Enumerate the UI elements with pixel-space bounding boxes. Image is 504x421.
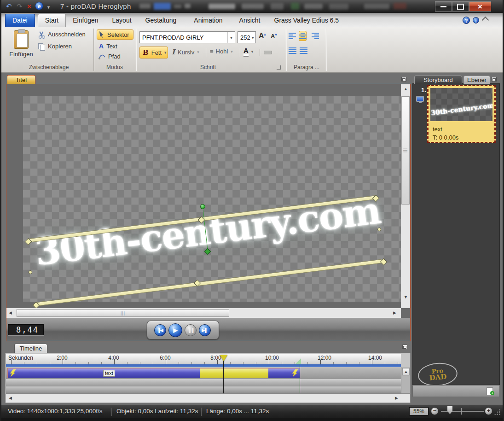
resize-grip[interactable] [494,409,500,415]
font-size-dropdown-icon[interactable]: ▾ [250,32,255,43]
bold-b-icon: B [143,48,149,57]
cut-button[interactable]: Ausschneiden [38,31,86,38]
vertical-scroll-thumb[interactable]: ||| [401,96,410,205]
close-icon: × [478,3,482,11]
storyboard-item[interactable]: 30th-century.com text T: 0 0,00s [427,85,496,143]
tab-timeline[interactable]: Timeline [14,344,47,353]
canvas-horizontal-scrollbar[interactable]: ◀ ||| ▶ [6,308,401,318]
zoom-in-button[interactable]: + [485,407,492,415]
cursor-icon [99,31,104,38]
font-color-button[interactable]: A ▾ [243,47,253,56]
canvas-vertical-scrollbar[interactable]: ▲ ||| ▼ [401,84,410,308]
align-left-button[interactable] [289,33,296,39]
bold-dropdown-icon[interactable]: ▾ [164,50,167,55]
align-right-button[interactable] [311,33,319,39]
pause-button[interactable]: ▐▐ [185,324,197,336]
scroll-up-icon[interactable]: ▲ [404,87,408,91]
tab-einfuegen[interactable]: Einfügen [66,14,105,27]
minimize-icon [440,6,446,7]
tab-grass-valley-edius[interactable]: Grass Valley Edius 6.5 [267,14,346,27]
scroll-left-icon[interactable]: ◀ [9,396,12,400]
timeline-vertical-scrollbar[interactable]: ▲ [401,367,410,393]
maximize-button[interactable] [452,1,469,12]
canvas-viewport[interactable]: 30th-century.com [6,84,401,308]
hollow-button[interactable]: ≡ Hohl ▾ [210,48,233,55]
zoom-slider-track[interactable] [441,411,484,412]
font-color-dropdown-icon[interactable]: ▾ [251,49,254,54]
copy-button[interactable]: Kopieren [38,43,72,50]
quick-access-dropdown-icon[interactable]: ▼ [46,3,51,12]
tab-datei[interactable]: Datei [5,14,35,27]
tab-titel[interactable]: Titel [7,75,35,84]
selector-mode-button[interactable]: Selektor [97,29,133,40]
decrease-font-arrow-icon: ▾ [275,33,277,37]
playback-bar: 8,44 ▐◀ ▶ ▐▐ ▶▌ [6,318,410,341]
path-mode-button[interactable]: Pfad [98,53,121,60]
font-family-dropdown-icon[interactable]: ▾ [227,32,235,43]
playhead-marker[interactable] [220,355,227,361]
text-mode-button[interactable]: A Text [99,42,117,50]
skip-to-start-button[interactable]: ▐◀ [154,324,166,336]
path-midpoint-handle[interactable] [29,270,32,274]
tab-ansicht[interactable]: Ansicht [232,14,267,27]
tab-gestaltung[interactable]: Gestaltung [139,14,184,27]
status-separator [111,408,112,416]
right-panel: Storyboard Ebener 1. 30th-century.com te… [412,75,500,397]
font-size-select[interactable]: 252 ▾ [238,31,256,43]
scroll-left-icon[interactable]: ◀ [9,311,12,315]
justify-button[interactable] [289,47,296,54]
track-row: text [6,367,401,379]
zoom-slider-thumb[interactable] [447,406,452,414]
timeline-clip[interactable]: text [7,368,300,378]
skip-to-end-button[interactable]: ▶▌ [199,324,211,336]
undo-icon[interactable]: ↶ [6,2,12,11]
canvas-restore-icon[interactable] [401,77,406,82]
align-center-button[interactable] [299,31,307,41]
app-window: ↶ ↷ × e ▼ 7 - proDAD Heroglyph × Datei S… [0,0,504,421]
ruler-tick-label: 2:00 [57,355,67,361]
delete-icon[interactable]: × [27,2,31,11]
font-dialog-launcher-icon[interactable] [277,65,281,70]
end-marker[interactable] [295,358,301,364]
tab-layout[interactable]: Layout [105,14,139,27]
scroll-down-icon[interactable]: ▼ [404,295,408,299]
monitor-icon[interactable] [416,96,424,102]
close-button[interactable]: × [469,1,491,12]
scroll-right-icon[interactable]: ▶ [395,396,398,400]
increase-font-button[interactable]: A▴ [259,32,266,40]
italic-button[interactable]: I Kursiv ▾ [172,48,199,56]
hollow-dropdown-icon[interactable]: ▾ [231,49,233,54]
bold-button[interactable]: B Fett ▾ [139,47,168,58]
timeline-ruler[interactable]: Sekunden 2:00 4:00 6:00 8:00 10:00 12:00… [6,354,401,364]
play-button[interactable]: ▶ [168,323,182,337]
clip-segment-yellow [200,368,268,378]
redo-icon[interactable]: ↷ [17,2,23,11]
scroll-right-icon[interactable]: ▶ [393,311,396,315]
timeline-restore-icon[interactable] [402,345,407,349]
font-size-value: 252 [240,34,250,41]
timeline-horizontal-scrollbar[interactable]: ◀ ▶ [6,393,410,403]
blurred-region [139,4,151,9]
info-icon[interactable]: i [473,17,479,23]
justify-full-button[interactable] [300,47,307,54]
italic-dropdown-icon[interactable]: ▾ [197,50,199,54]
help-icon[interactable]: ? [463,17,470,24]
timeline-scroll-up-button[interactable]: ▲ [402,368,410,375]
tab-ebenen[interactable]: Ebener [463,76,490,84]
tab-start[interactable]: Start [38,14,66,27]
horizontal-scroll-thumb[interactable]: ||| [17,309,229,317]
panel-restore-icon[interactable] [492,77,497,82]
storyboard-item-name: text [433,126,442,133]
path-midpoint-handle[interactable] [377,228,381,231]
zoom-out-button[interactable]: − [431,407,439,415]
italic-label: Kursiv [178,49,194,56]
storyboard-thumbnail[interactable]: 30th-century.com [430,88,492,121]
minimize-button[interactable] [435,1,452,12]
paste-button[interactable]: Einfügen [9,29,34,63]
decrease-font-button[interactable]: A▾ [271,33,277,40]
edius-icon[interactable]: e [35,2,43,10]
font-family-select[interactable]: PFNT.PRODAD GIRLY ▾ [139,31,235,43]
tab-storyboard[interactable]: Storyboard [414,76,462,84]
rotation-handle[interactable] [200,204,205,209]
tab-animation[interactable]: Animation [187,14,229,27]
